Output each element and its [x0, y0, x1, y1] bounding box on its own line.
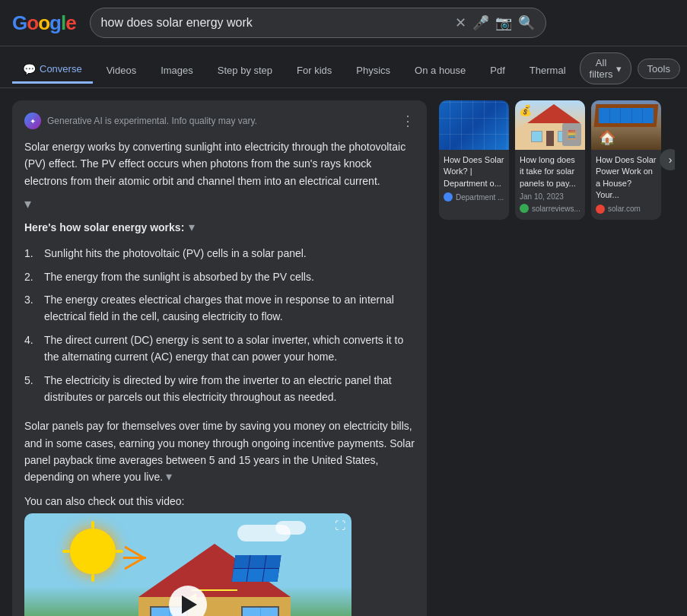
card-2-date: Jan 10, 2023 — [520, 192, 580, 201]
card-3-source: solar.com — [596, 205, 657, 214]
step-4: 4. The direct current (DC) energy is sen… — [24, 329, 415, 369]
tab-converse[interactable]: 💬 Converse — [12, 57, 93, 84]
card-1-image — [439, 100, 509, 150]
ai-menu-button[interactable]: ⋮ — [401, 113, 415, 129]
cloud-2 — [275, 521, 306, 535]
ai-icon: ✦ — [24, 113, 41, 129]
tab-on-a-house-label: On a house — [415, 65, 466, 76]
here-label: Here's how solar energy works: ▾ — [24, 220, 415, 234]
ai-summary-text: Solar panels pay for themselves over tim… — [24, 418, 415, 486]
here-label-text: Here's how solar energy works: — [24, 221, 184, 233]
expand-steps-button[interactable]: ▾ — [189, 220, 195, 234]
tab-physics-label: Physics — [356, 65, 390, 76]
video-background: ⛶ 1:25 — [24, 513, 351, 616]
panels-image — [599, 108, 654, 123]
step-2-num: 2. — [24, 268, 38, 285]
ai-main-text: Solar energy works by converting sunligh… — [24, 138, 415, 189]
tab-on-a-house[interactable]: On a house — [404, 59, 476, 82]
card-1-source-label: Department ... — [456, 193, 504, 202]
card-3-source-icon — [596, 205, 605, 214]
step-4-num: 4. — [24, 332, 38, 366]
chevron-down-icon: ▾ — [616, 63, 622, 75]
ai-label: Generative AI is experimental. Info qual… — [47, 116, 257, 126]
cards-next-button[interactable]: › — [660, 149, 675, 170]
tab-thermal-label: Thermal — [530, 65, 566, 76]
money-icon: 💰 — [519, 104, 532, 116]
tab-for-kids-label: For kids — [297, 65, 332, 76]
step-2: 2. The energy from the sunlight is absor… — [24, 265, 415, 288]
step-4-text: The direct current (DC) energy is sent t… — [44, 332, 415, 366]
sun-visual — [70, 529, 116, 574]
card-1-title: How Does Solar Work? | Department o... — [444, 154, 504, 189]
tab-step-by-step[interactable]: Step by step — [207, 59, 283, 82]
step-1: 1. Sunlight hits the photovoltaic (PV) c… — [24, 242, 415, 265]
solar-panels — [232, 555, 281, 582]
step-1-text: Sunlight hits the photovoltaic (PV) cell… — [44, 245, 307, 262]
card-2-source: solarreviews... — [520, 204, 580, 213]
card-3-source-label: solar.com — [608, 205, 641, 213]
tab-physics[interactable]: Physics — [345, 59, 401, 82]
tools-label: Tools — [647, 63, 670, 75]
card-2-image: 🧮 💰 — [515, 100, 585, 150]
search-input[interactable] — [101, 16, 449, 30]
left-panel: ✦ Generative AI is experimental. Info qu… — [12, 100, 427, 616]
ai-snippet: ✦ Generative AI is experimental. Info qu… — [12, 100, 427, 616]
card-1[interactable]: How Does Solar Work? | Department o... D… — [439, 100, 509, 220]
card-1-source: Department ... — [444, 192, 504, 202]
tab-images[interactable]: Images — [150, 59, 204, 82]
card-2-source-icon — [520, 204, 529, 213]
ai-header: ✦ Generative AI is experimental. Info qu… — [24, 113, 415, 129]
step-5: 5. The electricity is directed by wire f… — [24, 369, 415, 409]
tab-for-kids[interactable]: For kids — [286, 59, 342, 82]
step-2-text: The energy from the sunlight is absorbed… — [44, 268, 314, 285]
card-3-image: 🏠 — [591, 100, 661, 150]
tab-converse-label: Converse — [40, 63, 82, 75]
tab-images-label: Images — [161, 65, 193, 76]
tools-button[interactable]: Tools — [638, 59, 680, 79]
main-content: ✦ Generative AI is experimental. Info qu… — [0, 88, 687, 616]
card-2[interactable]: 🧮 💰 How long does it take for solar pane… — [515, 100, 585, 220]
tab-step-by-step-label: Step by step — [218, 65, 272, 76]
house-icon: 🏠 — [599, 129, 615, 146]
house — [138, 544, 291, 616]
video-container[interactable]: ⛶ 1:25 — [24, 513, 351, 616]
card-3[interactable]: 🏠 How Does Solar Power Work on a House? … — [591, 100, 661, 220]
window-right — [241, 606, 279, 616]
play-triangle-icon — [182, 595, 197, 614]
card-3-content: How Does Solar Power Work on a House? Yo… — [591, 150, 661, 220]
card-1-source-icon — [444, 192, 453, 202]
step-3-num: 3. — [24, 291, 38, 325]
all-filters-button[interactable]: All filters ▾ — [580, 52, 631, 84]
tab-videos-label: Videos — [107, 65, 137, 76]
steps-list: 1. Sunlight hits the photovoltaic (PV) c… — [24, 242, 415, 408]
header: Google ✕ 🎤 📷 🔍 — [0, 0, 687, 46]
card-3-title: How Does Solar Power Work on a House? Yo… — [596, 154, 657, 202]
summary-text-content: Solar panels pay for themselves over tim… — [24, 420, 415, 483]
tab-pdf-label: Pdf — [490, 65, 505, 76]
google-logo[interactable]: Google — [12, 11, 76, 35]
step-1-num: 1. — [24, 245, 38, 262]
converse-icon: 💬 — [23, 63, 36, 75]
card-2-source-label: solarreviews... — [532, 205, 580, 213]
expand-summary-button[interactable]: ▾ — [166, 469, 172, 484]
right-panel: How Does Solar Work? | Department o... D… — [439, 100, 675, 616]
fullscreen-icon[interactable]: ⛶ — [335, 519, 345, 532]
cards-row: How Does Solar Work? | Department o... D… — [439, 100, 675, 220]
tab-videos[interactable]: Videos — [96, 59, 148, 82]
search-bar[interactable]: ✕ 🎤 📷 🔍 — [90, 8, 546, 38]
card-1-content: How Does Solar Work? | Department o... D… — [439, 150, 509, 208]
clear-search-button[interactable]: ✕ — [455, 14, 466, 31]
tab-thermal[interactable]: Thermal — [519, 59, 577, 82]
image-search-button[interactable]: 📷 — [495, 14, 512, 31]
card-2-content: How long does it take for solar panels t… — [515, 150, 585, 219]
expand-main-text-button[interactable]: ▾ — [24, 195, 31, 212]
card-2-title: How long does it take for solar panels t… — [520, 154, 580, 189]
video-label: You can also check out this video: — [24, 495, 415, 507]
filters-right: All filters ▾ Tools — [580, 52, 680, 87]
step-3-text: The energy creates electrical charges th… — [44, 291, 415, 325]
search-button[interactable]: 🔍 — [518, 14, 535, 31]
tab-pdf[interactable]: Pdf — [479, 59, 516, 82]
step-3: 3. The energy creates electrical charges… — [24, 288, 415, 329]
step-5-text: The electricity is directed by wire from… — [44, 372, 415, 406]
voice-search-button[interactable]: 🎤 — [472, 14, 489, 31]
